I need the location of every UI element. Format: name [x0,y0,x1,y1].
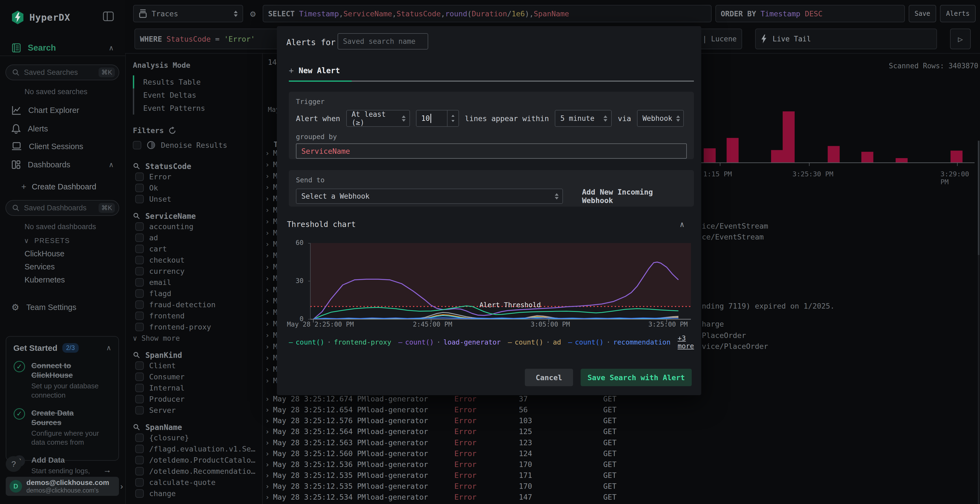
checkbox[interactable] [135,372,144,381]
gear-icon[interactable]: ⚙ [247,8,259,19]
saved-searches-input[interactable]: Saved Searches ⌘K [5,65,119,80]
checkbox[interactable] [135,256,144,264]
chevron-up-icon[interactable]: ∧ [106,344,111,352]
row-expand-icon[interactable]: › [265,194,269,203]
create-dashboard-button[interactable]: + Create Dashboard [21,182,96,192]
row-expand-icon[interactable]: › [265,427,269,436]
row-expand-icon[interactable]: › [265,331,269,339]
row-expand-icon[interactable]: › [265,405,269,414]
save-search-with-alert-button[interactable]: Save Search with Alert [581,369,692,386]
save-button[interactable]: Save [909,5,937,22]
filter-option[interactable]: {closure} [133,432,262,443]
tab-new-alert[interactable]: + New Alert [289,66,340,75]
row-expand-icon[interactable]: › [265,482,269,490]
checkbox[interactable] [135,300,144,309]
row-expand-icon[interactable]: › [265,460,269,469]
filter-option[interactable]: Internal [133,382,262,394]
legend-item[interactable]: —count()·load-generator [398,338,501,346]
alerts-button[interactable]: Alerts [940,5,976,22]
filter-option[interactable]: /oteldemo.Recommendatio… [133,466,262,477]
row-expand-icon[interactable]: › [265,172,269,180]
row-expand-icon[interactable]: › [265,160,269,169]
filter-option[interactable]: Client [133,360,262,371]
refresh-icon[interactable] [168,127,177,135]
row-expand-icon[interactable]: › [265,449,269,458]
checkbox[interactable] [135,234,144,242]
filter-option[interactable]: cart [133,243,262,254]
search-icon[interactable] [133,351,140,359]
checkbox[interactable] [135,267,144,275]
run-query-button[interactable]: ▷ [950,29,971,49]
checkbox[interactable] [135,245,144,253]
filter-option[interactable]: frontend-proxy [133,321,262,332]
sidebar-preset-kubernetes[interactable]: Kubernetes [24,275,65,285]
filter-option[interactable]: Server [133,405,262,416]
row-expand-icon[interactable]: › [265,206,269,214]
show-more-button[interactable]: ∨Show more [133,332,262,344]
row-expand-icon[interactable]: › [265,229,269,237]
saved-search-name-input[interactable]: Saved search name [337,33,428,49]
filter-option[interactable]: Unset [133,194,262,205]
filter-option[interactable]: currency [133,266,262,277]
row-expand-icon[interactable]: › [265,493,269,501]
condition-select[interactable]: At least (≥) [346,110,410,127]
checkbox[interactable] [135,384,144,392]
sidebar-item-client-sessions[interactable]: Client Sessions [11,142,114,151]
filter-option[interactable]: frontend [133,310,262,321]
row-expand-icon[interactable]: › [265,274,269,283]
user-menu[interactable]: D demos@clickhouse.com demos@clickhouse.… [6,477,119,496]
filter-option[interactable]: checkout [133,254,262,266]
checkbox[interactable] [135,289,144,298]
checkbox[interactable] [135,184,144,192]
cancel-button[interactable]: Cancel [525,369,573,386]
filter-option[interactable]: ad [133,232,262,243]
live-tail-button[interactable]: Live Tail [755,29,937,49]
row-expand-icon[interactable]: › [265,217,269,226]
analysis-mode-event-deltas[interactable]: Event Deltas [133,89,262,102]
search-icon[interactable] [133,212,140,220]
row-expand-icon[interactable]: › [265,471,269,480]
checkbox[interactable] [135,323,144,331]
row-expand-icon[interactable]: › [265,262,269,271]
analysis-mode-event-patterns[interactable]: Event Patterns [133,102,262,114]
saved-dashboards-input[interactable]: Saved Dashboards ⌘K [5,200,119,216]
checkbox[interactable] [135,395,144,403]
number-spinner[interactable] [447,110,458,126]
threshold-input[interactable]: 10 [416,110,459,127]
sidebar-collapse-icon[interactable] [103,11,114,21]
legend-item[interactable]: —count()·recommendation [568,338,670,346]
checkbox[interactable] [135,223,144,231]
checkbox[interactable] [135,489,144,498]
add-webhook-button[interactable]: Add New Incoming Webhook [582,188,687,205]
checkbox[interactable] [135,173,144,181]
source-select[interactable]: Traces [133,5,243,22]
row-expand-icon[interactable]: › [265,251,269,260]
checkbox[interactable] [135,312,144,320]
sidebar-item-chart-explorer[interactable]: Chart Explorer [11,106,114,115]
chevron-right-icon[interactable]: › [120,482,123,491]
get-started-step[interactable]: ✓Create Data SourcesConfigure where your… [13,408,111,447]
filter-option[interactable]: calculate-quote [133,477,262,488]
filter-option[interactable]: Producer [133,394,262,405]
checkbox[interactable] [135,406,144,415]
checkbox[interactable] [135,445,144,453]
row-expand-icon[interactable]: › [265,365,269,374]
legend-item[interactable]: —count()·ad [508,338,561,346]
webhook-select[interactable]: Select a Webhook [296,189,563,204]
channel-select[interactable]: Webhook [637,110,684,127]
sidebar-preset-clickhouse[interactable]: ClickHouse [24,249,65,258]
row-expand-icon[interactable]: › [265,320,269,328]
table-scrollbar[interactable] [978,141,980,504]
help-button[interactable]: ? [6,456,22,472]
grouped-by-input[interactable]: ServiceName [296,143,687,159]
order-by-input[interactable]: ORDER BY Timestamp DESC [715,5,905,22]
search-icon[interactable] [133,423,140,431]
row-expand-icon[interactable]: › [265,183,269,191]
sidebar-preset-services[interactable]: Services [24,262,55,271]
sidebar-item-alerts[interactable]: Alerts [11,124,114,134]
checkbox[interactable] [135,467,144,475]
select-query-input[interactable]: SELECT Timestamp,ServiceName,StatusCode,… [263,5,711,22]
row-expand-icon[interactable]: › [265,376,269,385]
row-expand-icon[interactable]: › [265,353,269,362]
row-expand-icon[interactable]: › [265,285,269,294]
